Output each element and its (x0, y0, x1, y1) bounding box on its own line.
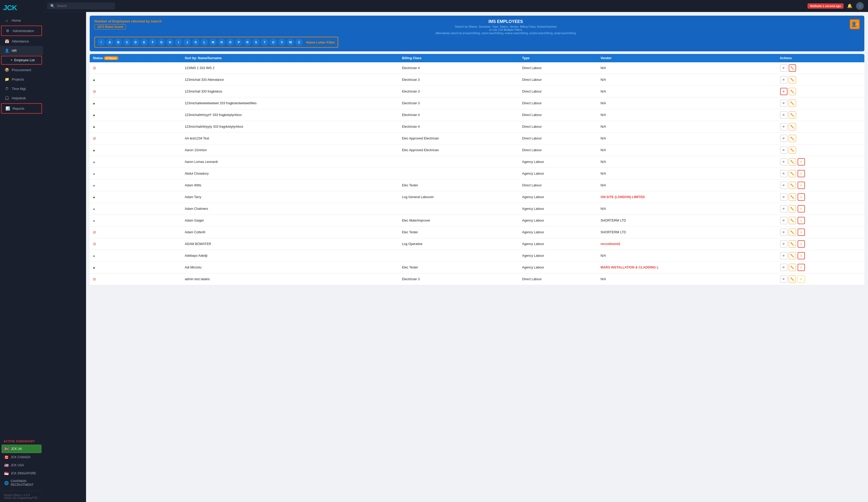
search-input[interactable] (57, 4, 112, 8)
view-button[interactable]: 👁 (780, 240, 787, 248)
view-button[interactable]: 👁 (780, 111, 787, 118)
letter-btn-a[interactable]: A (106, 39, 113, 46)
toggle-active-button[interactable]: ✕ (798, 205, 805, 212)
sidebar-item-employee-list[interactable]: • Employee List (1, 56, 42, 65)
sort-badge[interactable]: ⇄ Name (104, 56, 118, 60)
edit-button[interactable]: ✏️ (789, 64, 796, 72)
user-avatar[interactable]: 👤 (856, 2, 864, 10)
letter-btn-c[interactable]: C (123, 39, 131, 46)
edit-button[interactable]: ✏️ (789, 182, 796, 189)
sidebar-item-reports[interactable]: 📊 Reports (1, 103, 42, 114)
view-button[interactable]: 👁 (780, 64, 787, 72)
letter-btn-w[interactable]: W (287, 39, 294, 46)
vendor-link[interactable]: ON-SITE (LONDON) LIMITED (600, 195, 645, 199)
vendor-link[interactable]: recruitment2 (600, 242, 620, 246)
view-button[interactable]: 👁 (780, 76, 787, 83)
edit-button[interactable]: ✏️ (789, 88, 796, 95)
view-button[interactable]: 👁 (780, 135, 787, 142)
toggle-active-button[interactable]: ✕ (798, 182, 805, 189)
subsidiary-jck-singapore[interactable]: 🇸🇬 JCK SINGAPORE (2, 469, 41, 477)
sidebar-item-administration[interactable]: ⚙ Administration (1, 25, 42, 36)
bell-icon[interactable]: 🔔 (847, 3, 852, 8)
letter-btn-h[interactable]: H (166, 39, 174, 46)
sidebar-item-helpdesk[interactable]: 🎧 Helpdesk (0, 93, 43, 103)
subsidiary-jck-usa[interactable]: 🇺🇸 JCK USA (2, 461, 41, 469)
letter-btn-n[interactable]: N (218, 39, 225, 46)
view-button[interactable]: 👁 (780, 123, 787, 130)
subsidiary-jck-uk[interactable]: 🇬🇧 JCK UK (2, 445, 41, 453)
letter-btn-z[interactable]: Z (296, 39, 303, 46)
subsidiary-jck-canada[interactable]: 🇨🇦 JCK CANADA (2, 453, 41, 461)
edit-button[interactable]: ✏️ (789, 76, 796, 83)
edit-button[interactable]: ✏️ (789, 205, 796, 212)
add-employee-button[interactable]: 👤+ (850, 19, 860, 29)
subsidiary-chapman[interactable]: 🌐 CHAPMAN RECRUITMENT (2, 478, 41, 489)
letter-btn-v[interactable]: V (278, 39, 286, 46)
toggle-active-button[interactable]: ✕ (798, 158, 805, 166)
view-button[interactable]: 👁 (780, 252, 787, 259)
sidebar-item-procurement[interactable]: 📦 Procurement (0, 65, 43, 75)
view-button[interactable]: 👁 (780, 146, 787, 154)
sidebar-item-time-mgt[interactable]: ⏱ Time Mgt (0, 84, 43, 93)
letter-btn-g[interactable]: G (158, 39, 165, 46)
view-button[interactable]: 👁 (780, 194, 787, 201)
sidebar-item-home[interactable]: ⌂ Home (0, 15, 43, 25)
view-button[interactable]: 👁 (780, 182, 787, 189)
view-button[interactable]: 👁 (780, 158, 787, 166)
cell-name: admin test lalakis (182, 273, 399, 285)
col-name[interactable]: Sort by: Name/Surname (182, 54, 399, 62)
helpdesk-icon: 🎧 (4, 96, 9, 100)
letter-btn-r[interactable]: R (244, 39, 251, 46)
letter-btn-f[interactable]: F (149, 39, 156, 46)
letter-btn-j[interactable]: J (184, 39, 191, 46)
edit-button[interactable]: ✏️ (789, 135, 796, 142)
edit-button[interactable]: ✏️ (789, 264, 796, 271)
view-button[interactable]: 👁 (780, 229, 787, 236)
view-button[interactable]: 👁 (780, 275, 787, 283)
edit-button[interactable]: ✏️ (789, 111, 796, 118)
edit-button[interactable]: ✏️ (789, 170, 796, 177)
view-button[interactable]: 👁 (780, 264, 787, 271)
letter-btn-p[interactable]: P (235, 39, 242, 46)
edit-button[interactable]: ✏️ (789, 194, 796, 201)
view-button[interactable]: 👁 (780, 205, 787, 212)
letter-btn-u[interactable]: U (270, 39, 277, 46)
edit-button[interactable]: ✏️ (789, 217, 796, 224)
view-button[interactable]: 👁 (780, 88, 787, 95)
search-box[interactable]: 🔍 (47, 3, 115, 9)
edit-button[interactable]: ✏️ (789, 240, 796, 248)
edit-button[interactable]: ✏️ (789, 123, 796, 130)
toggle-active-button[interactable]: ✕ (798, 264, 805, 271)
edit-button[interactable]: ✏️ (789, 100, 796, 107)
letter-btn-m[interactable]: M (209, 39, 217, 46)
edit-button[interactable]: ✏️ (789, 252, 796, 259)
toggle-active-button[interactable]: ✕ (798, 217, 805, 224)
toggle-active-button[interactable]: ✕ (798, 194, 805, 201)
toggle-active-button[interactable]: ✕ (798, 252, 805, 259)
edit-button[interactable]: ✏️ (789, 146, 796, 154)
vendor-link[interactable]: MARS INSTALLATION & CLADDING L (600, 265, 659, 269)
letter-btn-l[interactable]: L (201, 39, 208, 46)
letter-btn-i[interactable]: I (175, 39, 182, 46)
letter-btn-d[interactable]: D (132, 39, 139, 46)
edit-button[interactable]: ✏️ (789, 275, 796, 283)
letter-btn-t[interactable]: T (261, 39, 268, 46)
view-button[interactable]: 👁 (780, 217, 787, 224)
view-button[interactable]: 👁 (780, 100, 787, 107)
sidebar-item-hr[interactable]: 👤 HR (0, 46, 43, 55)
toggle-active-button[interactable]: ✕ (798, 229, 805, 236)
toggle-active-button[interactable]: ✕ (798, 240, 805, 248)
letter-btn-e[interactable]: E (141, 39, 148, 46)
toggle-active-button[interactable]: ✕ (798, 275, 805, 283)
edit-button[interactable]: ✏️ (789, 229, 796, 236)
letter-btn-k[interactable]: K (192, 39, 199, 46)
edit-button[interactable]: ✏️ (789, 158, 796, 166)
letter-btn-o[interactable]: O (227, 39, 234, 46)
letter-btn-s[interactable]: S (252, 39, 260, 46)
toggle-active-button[interactable]: ✕ (798, 170, 805, 177)
sidebar-item-projects[interactable]: 📁 Projects (0, 75, 43, 84)
letter-btn-b[interactable]: B (115, 39, 122, 46)
view-button[interactable]: 👁 (780, 170, 787, 177)
letter-btn-excl[interactable]: ! (97, 39, 105, 46)
sidebar-item-attendance[interactable]: 📅 Attendance (0, 36, 43, 46)
